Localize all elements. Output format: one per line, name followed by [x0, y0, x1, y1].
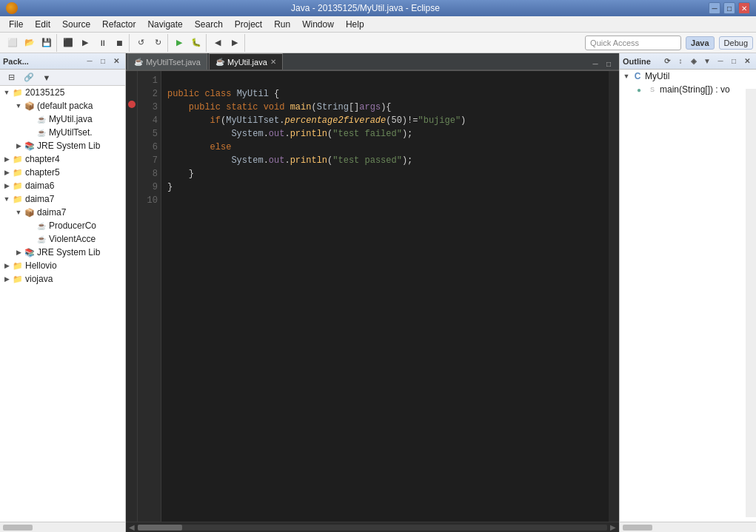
menu-edit[interactable]: Edit	[29, 18, 56, 31]
new-button[interactable]: ⬜	[4, 35, 21, 51]
tree-item-root[interactable]: ▼📁20135125	[0, 86, 125, 99]
tree-toggle-myutil[interactable]	[25, 114, 36, 124]
tree-toggle-ch4[interactable]: ▶	[1, 154, 12, 164]
tree-toggle-jre2[interactable]: ▶	[13, 247, 24, 257]
tab-myutil[interactable]: ☕ MyUtil.java ✕	[209, 53, 283, 70]
tb-btn-5[interactable]: ↺	[133, 35, 149, 51]
ln-1: 1	[141, 74, 158, 87]
editor-maximize-icon[interactable]: □	[603, 58, 615, 70]
tree-item-da6[interactable]: ▶📁daima6	[0, 179, 125, 192]
outline-maximize[interactable]: □	[728, 55, 740, 67]
tree-toggle-root[interactable]: ▼	[1, 87, 12, 98]
menu-help[interactable]: Help	[340, 18, 370, 31]
tree-item-da7[interactable]: ▼📁daima7	[0, 192, 125, 206]
collapse-all-btn[interactable]: ⊟	[3, 70, 19, 86]
outline-vscrollbar[interactable]	[746, 89, 756, 517]
link-editor-btn[interactable]: 🔗	[21, 70, 37, 86]
tree-item-da7inner[interactable]: ▼📦daima7	[0, 206, 125, 219]
java-perspective-btn[interactable]: Java	[686, 36, 714, 50]
tree-toggle-myutiltset[interactable]	[25, 127, 36, 138]
panel-header-icons: ─ □ ✕	[84, 55, 122, 67]
ln-2: 2	[141, 87, 158, 101]
menu-source[interactable]: Source	[56, 18, 96, 31]
tab-close-icon[interactable]: ✕	[270, 58, 276, 66]
debug-perspective-btn[interactable]: Debug	[719, 36, 753, 50]
outline-toggle-1[interactable]: ▼	[621, 71, 632, 81]
menu-run[interactable]: Run	[268, 18, 296, 31]
tree-item-jre2[interactable]: ▶📚JRE System Lib	[0, 246, 125, 259]
editor-hscrollbar[interactable]: ◀ ▶	[126, 522, 619, 532]
outline-hscrollbar[interactable]	[620, 522, 756, 532]
tree-icon-prod: ☕	[36, 220, 47, 232]
tree-toggle-prod[interactable]	[25, 220, 36, 231]
code-content[interactable]: public class MyUtil { public static void…	[161, 71, 609, 522]
tree-item-jre1[interactable]: ▶📚JRE System Lib	[0, 139, 125, 152]
tree-toggle-da6[interactable]: ▶	[1, 181, 12, 191]
debug-run-button[interactable]: 🐛	[188, 35, 204, 51]
tb-btn-1[interactable]: ⬛	[60, 35, 76, 51]
code-editor[interactable]: 1 2 3 4 5 6 7 8 9 10 public class MyUtil…	[126, 71, 619, 522]
code-line-7: System.out.println("test passed");	[167, 155, 412, 166]
maximize-button[interactable]: □	[723, 2, 735, 14]
outline-tree: ▼ C MyUtil ● S main(String[]) : vo	[620, 70, 756, 522]
menu-project[interactable]: Project	[229, 18, 268, 31]
tree-item-ch4[interactable]: ▶📁chapter4	[0, 152, 125, 166]
outline-btn-2[interactable]: ↕	[675, 55, 686, 67]
minimize-button[interactable]: ─	[709, 2, 720, 14]
close-button[interactable]: ✕	[738, 2, 750, 14]
tb-btn-7[interactable]: ◀	[210, 35, 226, 51]
menu-file[interactable]: File	[3, 18, 29, 31]
tree-toggle-hello[interactable]: ▶	[1, 260, 12, 271]
tree-toggle-viol[interactable]	[25, 234, 36, 244]
quick-access-box[interactable]: Quick Access	[585, 36, 681, 50]
outline-item-myutil[interactable]: ▼ C MyUtil	[620, 70, 756, 83]
tree-toggle-vio[interactable]: ▶	[1, 274, 12, 284]
outline-minimize[interactable]: ─	[715, 55, 726, 67]
maximize-panel-icon[interactable]: □	[97, 55, 109, 67]
tree-item-ch5[interactable]: ▶📁chapter5	[0, 166, 125, 179]
tree-item-viol[interactable]: ☕ViolentAcce	[0, 232, 125, 246]
scroll-thumb[interactable]	[138, 525, 182, 531]
panel-menu-btn[interactable]: ▼	[39, 70, 55, 86]
tree-toggle-jre1[interactable]: ▶	[13, 141, 24, 151]
tb-btn-8[interactable]: ▶	[227, 35, 243, 51]
outline-btn-1[interactable]: ⟳	[661, 55, 673, 67]
tree-item-myutil[interactable]: ☕MyUtil.java	[0, 112, 125, 126]
close-panel-icon[interactable]: ✕	[110, 55, 122, 67]
tree-icon-ch5: 📁	[12, 166, 24, 178]
tab-myutiltset[interactable]: ☕ MyUtilTset.java	[127, 53, 207, 70]
tb-btn-3[interactable]: ⏸	[94, 35, 110, 51]
scroll-arrow-left[interactable]: ◀	[129, 523, 135, 531]
tree-toggle-ch5[interactable]: ▶	[1, 167, 12, 178]
outline-title: Outline	[623, 57, 651, 66]
tree-hscrollbar[interactable]	[0, 522, 125, 532]
tb-btn-2[interactable]: ▶	[77, 35, 93, 51]
open-button[interactable]: 📂	[21, 35, 38, 51]
menu-navigate[interactable]: Navigate	[141, 18, 188, 31]
menu-refactor[interactable]: Refactor	[96, 18, 141, 31]
outline-btn-3[interactable]: ◈	[688, 55, 700, 67]
ln-10: 10	[141, 194, 158, 207]
tree-toggle-da7[interactable]: ▼	[1, 194, 12, 204]
editor-minimize-icon[interactable]: ─	[589, 58, 601, 70]
menu-search[interactable]: Search	[189, 18, 229, 31]
outline-scroll-thumb[interactable]	[623, 525, 652, 531]
tree-item-prod[interactable]: ☕ProducerCo	[0, 219, 125, 232]
tb-btn-4[interactable]: ⏹	[111, 35, 127, 51]
save-button[interactable]: 💾	[39, 35, 55, 51]
tb-btn-6[interactable]: ↻	[150, 35, 166, 51]
tree-item-vio[interactable]: ▶📁viojava	[0, 272, 125, 286]
tree-toggle-da7inner[interactable]: ▼	[13, 207, 24, 218]
tree-item-hello[interactable]: ▶📁Hellovio	[0, 259, 125, 272]
scroll-track[interactable]	[138, 525, 607, 531]
outline-btn-4[interactable]: ▼	[701, 55, 713, 67]
scroll-arrow-right[interactable]: ▶	[610, 523, 616, 531]
menu-window[interactable]: Window	[296, 18, 340, 31]
tree-item-myutiltset[interactable]: ☕MyUtilTset.	[0, 126, 125, 139]
minimize-panel-icon[interactable]: ─	[84, 55, 96, 67]
outline-close[interactable]: ✕	[741, 55, 753, 67]
outline-item-main[interactable]: ● S main(String[]) : vo	[620, 83, 756, 96]
run-button[interactable]: ▶	[171, 35, 187, 51]
tree-item-defpkg[interactable]: ▼📦(default packa	[0, 99, 125, 112]
tree-toggle-defpkg[interactable]: ▼	[13, 101, 24, 111]
